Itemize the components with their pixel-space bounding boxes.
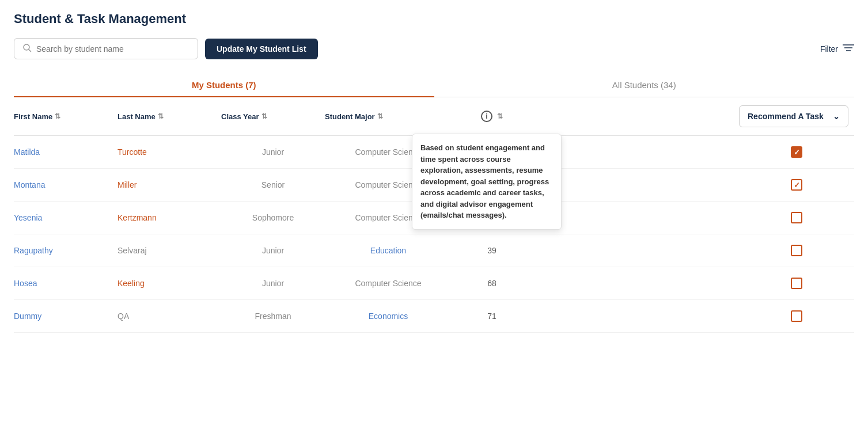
cell-class-year: Junior	[221, 147, 325, 157]
table-row: Ragupathy Selvaraj Junior Education 39	[14, 234, 854, 267]
sort-icon-class-year[interactable]: ⇅	[261, 112, 267, 120]
info-icon[interactable]: i	[481, 111, 492, 122]
cell-class-year: Freshman	[221, 312, 325, 321]
checkbox[interactable]	[791, 212, 802, 223]
cell-last-name[interactable]: Miller	[117, 180, 221, 189]
update-student-list-button[interactable]: Update My Student List	[205, 39, 318, 59]
checkbox[interactable]: ✓	[791, 146, 802, 158]
cell-class-year: Sophomore	[221, 213, 325, 222]
col-header-recommend[interactable]: Recommend A Task ⌄	[739, 105, 854, 127]
cell-first-name[interactable]: Yesenia	[14, 213, 117, 222]
col-header-class-year[interactable]: Class Year ⇅	[221, 112, 325, 121]
checkmark: ✓	[794, 181, 800, 189]
chevron-down-icon: ⌄	[833, 112, 840, 121]
cell-checkbox[interactable]	[739, 278, 854, 289]
cell-score: 68	[452, 279, 532, 288]
cell-major: Education	[325, 246, 452, 255]
table-row: Dummy QA Freshman Economics 71	[14, 300, 854, 333]
cell-checkbox[interactable]: ✓	[739, 179, 854, 191]
sort-icon-last-name[interactable]: ⇅	[158, 112, 164, 120]
search-box[interactable]	[14, 38, 198, 59]
student-table: First Name ⇅ Last Name ⇅ Class Year ⇅ St…	[14, 97, 854, 333]
cell-first-name[interactable]: Hosea	[14, 279, 117, 288]
cell-checkbox[interactable]	[739, 310, 854, 322]
filter-label: Filter	[820, 44, 838, 54]
tab-my-students[interactable]: My Students (7)	[14, 73, 434, 97]
cell-last-name[interactable]: Turcotte	[117, 147, 221, 157]
checkbox[interactable]	[791, 278, 802, 289]
checkbox[interactable]	[791, 245, 802, 256]
cell-class-year: Senior	[221, 180, 325, 189]
sort-icon-first-name[interactable]: ⇅	[55, 112, 60, 120]
tooltip-container: Based on student engagement and time spe…	[481, 111, 492, 122]
toolbar: Update My Student List Filter	[14, 38, 854, 59]
cell-checkbox[interactable]	[739, 212, 854, 223]
col-header-first-name[interactable]: First Name ⇅	[14, 112, 117, 121]
search-icon	[22, 43, 32, 54]
cell-first-name[interactable]: Matilda	[14, 147, 117, 157]
filter-area[interactable]: Filter	[820, 44, 854, 54]
cell-score: 71	[452, 312, 532, 321]
sort-icon-score[interactable]: ⇅	[497, 112, 503, 120]
cell-last-name[interactable]: Kertzmann	[117, 213, 221, 222]
cell-last-name[interactable]: Selvaraj	[117, 246, 221, 255]
recommend-task-dropdown[interactable]: Recommend A Task ⌄	[739, 105, 848, 127]
cell-first-name[interactable]: Ragupathy	[14, 246, 117, 255]
filter-icon	[843, 44, 854, 54]
cell-major: Computer Science	[325, 279, 452, 288]
sort-icon-major[interactable]: ⇅	[377, 112, 383, 120]
checkbox[interactable]	[791, 310, 802, 322]
checkmark: ✓	[794, 148, 800, 157]
cell-score: 39	[452, 246, 532, 255]
table-row: Hosea Keeling Junior Computer Science 68	[14, 267, 854, 300]
cell-checkbox[interactable]: ✓	[739, 146, 854, 158]
page-title: Student & Task Management	[14, 12, 854, 26]
table-header: First Name ⇅ Last Name ⇅ Class Year ⇅ St…	[14, 97, 854, 136]
cell-checkbox[interactable]	[739, 245, 854, 256]
cell-last-name[interactable]: Keeling	[117, 279, 221, 288]
cell-class-year: Junior	[221, 279, 325, 288]
cell-class-year: Junior	[221, 246, 325, 255]
col-header-score: Based on student engagement and time spe…	[452, 111, 532, 122]
page-container: Student & Task Management Update My Stud…	[0, 0, 868, 344]
col-header-last-name[interactable]: Last Name ⇅	[117, 112, 221, 121]
search-input[interactable]	[36, 44, 189, 54]
tabs-container: My Students (7) All Students (34)	[14, 73, 854, 97]
cell-first-name[interactable]: Dummy	[14, 312, 117, 321]
cell-major: Economics	[325, 312, 452, 321]
col-header-student-major[interactable]: Student Major ⇅	[325, 112, 452, 121]
svg-line-1	[29, 50, 31, 52]
tooltip-box: Based on student engagement and time spe…	[412, 134, 562, 230]
checkbox[interactable]: ✓	[791, 179, 802, 191]
cell-first-name[interactable]: Montana	[14, 180, 117, 189]
tab-all-students[interactable]: All Students (34)	[434, 73, 855, 97]
cell-last-name[interactable]: QA	[117, 312, 221, 321]
